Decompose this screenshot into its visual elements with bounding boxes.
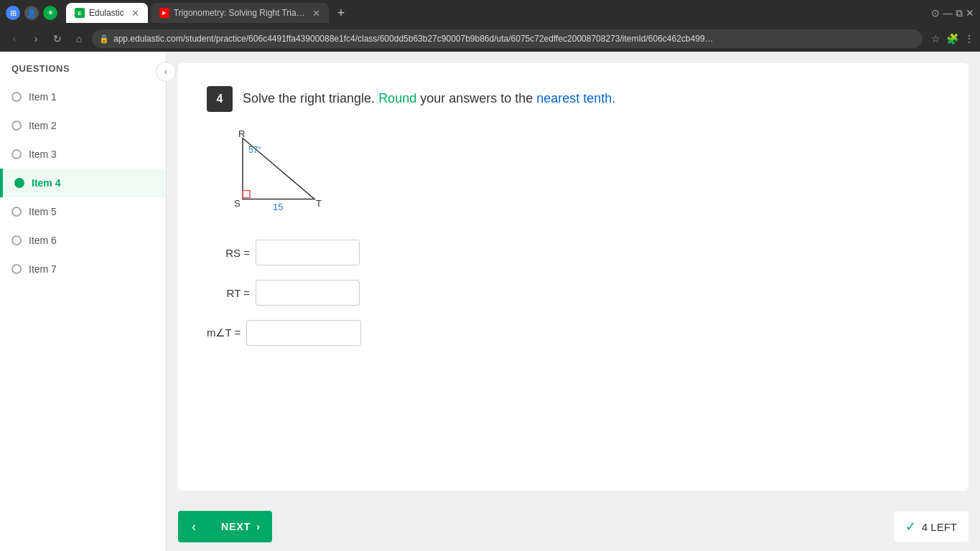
youtube-favicon: ▶ — [159, 8, 169, 18]
rt-label: RT = — [207, 287, 250, 299]
question-number: 4 — [207, 86, 233, 112]
restore-icon[interactable]: ⧉ — [956, 7, 963, 19]
rt-input-group: RT = — [207, 280, 940, 306]
question-nearest-highlight: nearest tenth. — [536, 91, 615, 105]
sidebar-item-6[interactable]: Item 6 — [0, 226, 166, 255]
minimize-icon[interactable]: — — [943, 7, 953, 19]
question-card: 4 Solve the right triangle. Round your a… — [178, 63, 969, 491]
pages-icon: ⊞ — [6, 6, 20, 20]
svg-rect-1 — [243, 191, 250, 198]
score-indicator: ✓ 4 LEFT — [894, 512, 969, 542]
edulastic-favicon: E — [75, 8, 85, 18]
check-icon: ✓ — [905, 519, 916, 534]
sidebar-item-7[interactable]: Item 7 — [0, 255, 166, 283]
svg-text:R: R — [238, 129, 245, 139]
sidebar-item-label-5: Item 5 — [29, 206, 57, 217]
question-text: Solve the right triangle. Round your ans… — [243, 86, 615, 108]
prev-next-buttons: ‹ NEXT › — [178, 511, 272, 542]
sidebar-item-label-6: Item 6 — [29, 235, 57, 246]
ext-icon: 👁 — [43, 6, 57, 20]
question-text-plain: Solve the right triangle. — [243, 91, 375, 105]
rs-input-group: RS = — [207, 240, 940, 265]
app-layout: QUESTIONS ‹ Item 1 Item 2 Item 3 Item 4 … — [0, 52, 980, 551]
forward-button[interactable]: › — [27, 30, 45, 47]
item-status-dot-1 — [11, 92, 22, 102]
sidebar-item-1[interactable]: Item 1 — [0, 83, 166, 111]
profile-icon: ⊙ — [931, 7, 940, 19]
rs-input[interactable] — [256, 240, 360, 265]
bottom-navigation: ‹ NEXT › ✓ 4 LEFT — [167, 502, 980, 551]
tab-label-edulastic: Edulastic — [89, 8, 124, 18]
sidebar-item-label-3: Item 3 — [29, 149, 57, 160]
sidebar: QUESTIONS ‹ Item 1 Item 2 Item 3 Item 4 … — [0, 52, 167, 551]
score-left-text: 4 LEFT — [922, 521, 957, 533]
browser-toolbar: ☆ 🧩 ⋮ — [931, 33, 974, 44]
triangle-diagram: R S T 57° 15 — [221, 129, 940, 218]
lock-icon: 🔒 — [99, 34, 109, 44]
browser-tab-icons: ⊞ 👤 👁 — [6, 6, 57, 20]
tab-bar: ⊞ 👤 👁 E Edulastic ✕ ▶ Trigonometry: Solv… — [0, 0, 980, 26]
address-bar: ‹ › ↻ ⌂ 🔒 app.edulastic.com/student/prac… — [0, 26, 980, 52]
extensions-icon[interactable]: 🧩 — [946, 33, 958, 44]
angle-t-input[interactable] — [246, 320, 361, 346]
sidebar-item-label-1: Item 1 — [29, 91, 57, 103]
sidebar-item-4[interactable]: Item 4 — [0, 169, 166, 197]
question-header: 4 Solve the right triangle. Round your a… — [207, 86, 940, 112]
next-button[interactable]: NEXT › — [210, 511, 272, 542]
sidebar-item-label-4: Item 4 — [32, 177, 60, 189]
item-status-dot-4 — [14, 178, 24, 188]
angle-t-label: m∠T = — [207, 326, 241, 339]
triangle-svg: R S T 57° 15 — [221, 129, 336, 215]
previous-button[interactable]: ‹ — [178, 511, 210, 542]
next-label: NEXT — [221, 521, 251, 532]
rs-label: RS = — [207, 247, 250, 259]
svg-text:15: 15 — [273, 202, 283, 212]
user-icon: 👤 — [24, 6, 39, 20]
url-text: app.edulastic.com/student/practice/606c4… — [113, 34, 714, 44]
sidebar-item-label-7: Item 7 — [29, 263, 57, 275]
item-status-dot-6 — [11, 235, 22, 245]
reload-button[interactable]: ↻ — [49, 30, 66, 47]
tab-edulastic[interactable]: E Edulastic ✕ — [66, 3, 148, 23]
tab-close-edulastic[interactable]: ✕ — [131, 8, 139, 19]
svg-text:T: T — [316, 198, 322, 209]
browser-chrome: ⊞ 👤 👁 E Edulastic ✕ ▶ Trigonometry: Solv… — [0, 0, 980, 52]
rt-input[interactable] — [256, 280, 360, 306]
sidebar-item-3[interactable]: Item 3 — [0, 140, 166, 169]
menu-icon[interactable]: ⋮ — [964, 33, 974, 44]
sidebar-item-label-2: Item 2 — [29, 120, 57, 131]
question-round-highlight: Round — [378, 91, 416, 105]
sidebar-item-5[interactable]: Item 5 — [0, 197, 166, 226]
item-status-dot-7 — [11, 264, 22, 274]
tab-close-youtube[interactable]: ✕ — [312, 8, 320, 19]
svg-text:S: S — [234, 198, 241, 209]
item-status-dot-5 — [11, 207, 22, 217]
bookmark-icon[interactable]: ☆ — [931, 33, 941, 44]
next-arrow: › — [256, 521, 261, 532]
sidebar-collapse-button[interactable]: ‹ — [156, 62, 176, 82]
sidebar-header: QUESTIONS — [0, 52, 166, 83]
item-status-dot-2 — [11, 121, 22, 131]
sidebar-item-2[interactable]: Item 2 — [0, 111, 166, 140]
svg-text:57°: 57° — [248, 145, 261, 155]
new-tab-button[interactable]: + — [332, 6, 351, 21]
question-text-plain2: your answers to the — [420, 91, 533, 105]
main-content: 4 Solve the right triangle. Round your a… — [167, 52, 980, 502]
back-button[interactable]: ‹ — [6, 30, 23, 47]
tab-youtube[interactable]: ▶ Trigonometry: Solving Right Tria… ✕ — [151, 3, 329, 23]
angle-t-input-group: m∠T = — [207, 320, 940, 346]
close-window-icon[interactable]: ✕ — [966, 7, 974, 19]
home-button[interactable]: ⌂ — [70, 30, 88, 47]
item-status-dot-3 — [11, 149, 22, 159]
url-bar[interactable]: 🔒 app.edulastic.com/student/practice/606… — [92, 29, 923, 48]
tab-label-youtube: Trigonometry: Solving Right Tria… — [174, 8, 305, 18]
